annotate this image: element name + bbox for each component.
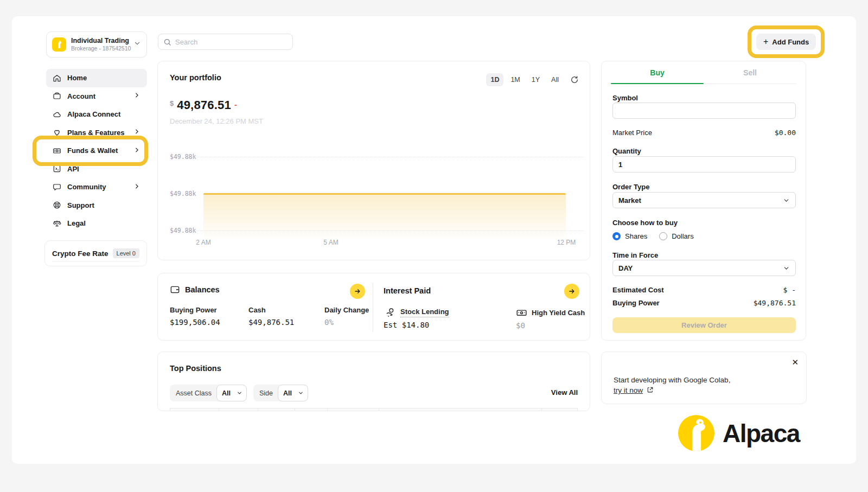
tab-sell[interactable]: Sell [704, 61, 796, 84]
account-switcher[interactable]: Individual Trading Brokerage - 187542510 [46, 31, 147, 57]
asset-class-select[interactable]: All [216, 385, 247, 401]
quantity-input[interactable] [612, 156, 796, 172]
alpaca-brand: Alpaca [678, 415, 800, 451]
cash-label: Cash [248, 306, 266, 314]
chat-bubble-icon [53, 183, 61, 191]
sidebar-item-api[interactable]: API [46, 160, 147, 178]
chevron-down-icon [783, 265, 790, 272]
external-link-icon [647, 386, 654, 393]
alpaca-logo-icon [678, 415, 714, 451]
sidebar-item-account[interactable]: Account [46, 87, 147, 106]
balances-arrow-button[interactable] [350, 284, 365, 299]
symbol-label: Symbol [612, 94, 638, 102]
estimated-cost-value: $ - [783, 286, 796, 294]
sidebar-item-support[interactable]: Support [46, 196, 147, 215]
side-select[interactable]: All [278, 385, 308, 401]
try-it-now-link[interactable]: try it now [614, 386, 643, 394]
x-axis-tick: 5 AM [323, 239, 338, 246]
order-type-select[interactable]: Market [612, 192, 796, 208]
chevron-down-icon [783, 197, 790, 204]
api-terminal-icon [53, 164, 61, 173]
market-price-value: $0.00 [775, 129, 796, 137]
crypto-fee-rate-label: Crypto Fee Rate [52, 250, 113, 258]
chevron-right-icon [133, 91, 141, 101]
daily-change-value: 0% [324, 318, 334, 327]
y-axis-tick: $49.88k [170, 190, 196, 197]
sidebar-item-legal[interactable]: Legal [46, 214, 147, 233]
sidebar-item-alpaca-connect[interactable]: Alpaca Connect [46, 105, 147, 124]
buying-power-value: $199,506.04 [170, 318, 220, 327]
range-all-button[interactable]: All [547, 73, 563, 86]
arrow-right-icon [568, 287, 576, 295]
heart-icon [53, 128, 61, 137]
hand-coin-icon [385, 307, 396, 318]
cloud-icon [53, 110, 61, 119]
order-ticket-card: Buy Sell Symbol Market Price $0.00 Quant… [601, 61, 806, 341]
sidebar-item-community[interactable]: Community [46, 178, 147, 196]
top-positions-title: Top Positions [170, 364, 221, 373]
chevron-down-icon [298, 390, 304, 396]
sidebar-item-funds-wallet[interactable]: Funds & Wallet [46, 142, 147, 160]
search-input[interactable] [175, 38, 288, 46]
interest-arrow-button[interactable] [564, 284, 579, 299]
radio-selected-icon [612, 232, 621, 240]
close-icon[interactable]: ✕ [792, 357, 799, 367]
cash-value: $49,876.51 [248, 318, 294, 327]
alpaca-wordmark: Alpaca [723, 419, 800, 448]
refresh-icon [570, 75, 579, 84]
side-filter: Side All [253, 385, 308, 401]
sidebar-item-plans-features[interactable]: Plans & Features [46, 124, 147, 142]
interest-paid-title: Interest Paid [384, 286, 431, 295]
chevron-right-icon [133, 146, 141, 156]
top-positions-card: Top Positions Asset Class All Side All V… [157, 352, 590, 411]
daily-change-label: Daily Change [324, 306, 369, 314]
range-1y-button[interactable]: 1Y [527, 73, 544, 86]
buying-power-row-value: $49,876.51 [754, 299, 796, 307]
quantity-label: Quantity [612, 147, 641, 155]
time-in-force-select[interactable]: DAY [612, 260, 796, 276]
alpaca-logo-icon [52, 37, 66, 52]
currency-symbol: $ [170, 99, 174, 107]
stock-lending-value: Est $14.80 [384, 321, 429, 329]
colab-text: Start developing with Google Colab, [614, 376, 730, 384]
crypto-fee-rate-card: Crypto Fee Rate Level 0 [44, 240, 147, 266]
search-box [158, 34, 293, 50]
colab-banner: ✕ Start developing with Google Colab, tr… [601, 352, 807, 404]
range-1d-button[interactable]: 1D [486, 73, 503, 86]
refresh-button[interactable] [570, 75, 579, 84]
add-funds-button[interactable]: + Add Funds [756, 34, 816, 50]
stock-lending-link[interactable]: Stock Lending [400, 308, 449, 317]
home-icon [53, 74, 61, 82]
buying-power-label: Buying Power [170, 306, 217, 314]
chart-line [203, 193, 566, 195]
view-all-link[interactable]: View All [551, 388, 578, 397]
asset-class-filter: Asset Class All [170, 385, 247, 401]
buying-power-row-label: Buying Power [612, 299, 660, 307]
symbol-input[interactable] [612, 103, 796, 119]
chevron-down-icon [237, 390, 242, 396]
range-selector: 1D 1M 1Y All [486, 73, 579, 86]
cash-bill-icon [516, 307, 527, 318]
chevron-right-icon [133, 182, 141, 192]
scales-icon [53, 219, 61, 228]
balances-card: Balances Buying Power Cash Daily Change … [157, 273, 590, 341]
app-window: Individual Trading Brokerage - 187542510… [12, 16, 856, 464]
range-1m-button[interactable]: 1M [506, 73, 524, 86]
sidebar-item-home[interactable]: Home [46, 69, 147, 87]
balances-title: Balances [185, 285, 220, 294]
account-subtitle: Brokerage - 187542510 [71, 45, 133, 52]
plus-icon: + [763, 37, 768, 47]
order-type-label: Order Type [612, 183, 649, 191]
arrow-right-icon [354, 287, 361, 295]
radio-dollars[interactable]: Dollars [659, 232, 693, 240]
crypto-fee-level-badge: Level 0 [113, 248, 139, 258]
x-axis-tick: 12 PM [557, 239, 576, 246]
radio-shares[interactable]: Shares [612, 232, 647, 240]
tab-buy[interactable]: Buy [611, 61, 704, 84]
estimated-cost-label: Estimated Cost [612, 286, 664, 294]
screen: Individual Trading Brokerage - 187542510… [0, 0, 868, 492]
x-axis-tick: 2 AM [196, 239, 210, 246]
portfolio-card: Your portfolio 1D 1M 1Y All $ 49,876.51 … [157, 61, 590, 260]
lifebuoy-icon [53, 201, 61, 209]
review-order-button[interactable]: Review Order [612, 317, 796, 333]
